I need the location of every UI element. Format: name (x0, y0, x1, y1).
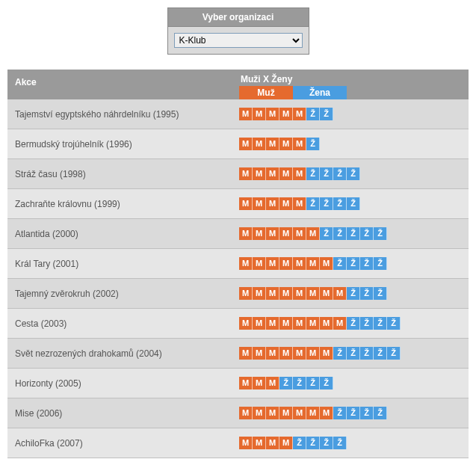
cell-z: Ž (320, 108, 333, 120)
row-name: Stráž času (1998) (7, 161, 239, 187)
cell-z: Ž (320, 377, 333, 389)
cell-z: Ž (293, 437, 306, 449)
cell-z: Ž (293, 377, 306, 389)
cell-m: M (266, 257, 279, 270)
cell-m: M (239, 347, 253, 360)
cell-z: Ž (360, 257, 374, 270)
cell-m: M (279, 138, 293, 150)
row-name: Tajemný zvěrokruh (2002) (7, 281, 239, 307)
cell-m: M (320, 317, 333, 330)
legend-bars: Muž Žena (239, 86, 469, 99)
cell-z: Ž (374, 257, 387, 270)
cell-m: M (306, 317, 320, 330)
cell-m: M (253, 167, 266, 180)
cell-m: M (253, 407, 266, 419)
row-name: Cesta (2003) (7, 311, 239, 336)
cell-m: M (253, 138, 266, 150)
cell-z: Ž (306, 197, 320, 210)
cell-m: M (306, 257, 320, 270)
legend-z: Žena (293, 86, 347, 99)
cell-z: Ž (360, 227, 374, 240)
cell-z: Ž (374, 317, 387, 330)
cell-z: Ž (306, 108, 320, 120)
cell-m: M (253, 257, 266, 270)
cell-m: M (253, 227, 266, 240)
cell-m: M (279, 108, 293, 120)
cell-z: Ž (333, 407, 347, 419)
cell-m: M (293, 317, 306, 330)
cell-m: M (253, 287, 266, 300)
cell-z: Ž (320, 437, 333, 449)
legend-m: Muž (239, 86, 293, 99)
cell-m: M (293, 138, 306, 150)
cell-z: Ž (306, 138, 320, 150)
row-cells: MMMMMŽŽŽŽ (239, 161, 469, 186)
cell-m: M (279, 227, 293, 240)
row-cells: MMMMMMMMŽŽŽ (239, 281, 469, 306)
cell-m: M (293, 257, 306, 270)
cell-z: Ž (347, 407, 360, 419)
cell-m: M (253, 317, 266, 330)
row-cells: MMMMMMMŽŽŽŽ (239, 251, 469, 276)
cell-z: Ž (333, 167, 347, 180)
row-cells: MMMŽŽŽŽ (239, 371, 469, 395)
cell-m: M (333, 317, 347, 330)
cell-z: Ž (333, 437, 347, 449)
cell-m: M (253, 437, 266, 449)
table-row: Zachraňte královnu (1999)MMMMMŽŽŽŽ (7, 189, 469, 219)
cell-m: M (239, 287, 253, 300)
cell-m: M (306, 287, 320, 300)
cell-m: M (239, 407, 253, 419)
org-select[interactable]: K-Klub (174, 33, 303, 48)
cell-z: Ž (320, 197, 333, 210)
cell-m: M (293, 347, 306, 360)
cell-m: M (279, 287, 293, 300)
col-header-mz: Muži X Ženy Muž Žena (239, 70, 469, 99)
cell-m: M (266, 347, 279, 360)
cell-m: M (239, 437, 253, 449)
cell-m: M (293, 167, 306, 180)
cell-m: M (293, 287, 306, 300)
cell-m: M (279, 407, 293, 419)
row-cells: MMMMMMMMŽŽŽŽ (239, 311, 469, 336)
cell-m: M (266, 407, 279, 419)
cell-m: M (279, 317, 293, 330)
org-selector-title: Vyber organizaci (168, 8, 309, 27)
cell-m: M (253, 377, 266, 389)
cell-z: Ž (306, 437, 320, 449)
cell-m: M (253, 108, 266, 120)
cell-z: Ž (347, 317, 360, 330)
cell-m: M (239, 317, 253, 330)
cell-m: M (306, 347, 320, 360)
cell-z: Ž (374, 287, 387, 300)
cell-m: M (320, 347, 333, 360)
cell-z: Ž (306, 167, 320, 180)
table-row: Cesta (2003)MMMMMMMMŽŽŽŽ (7, 309, 469, 339)
cell-m: M (266, 437, 279, 449)
table-row: Mise (2006)MMMMMMMŽŽŽŽ (7, 398, 469, 428)
cell-z: Ž (333, 227, 347, 240)
cell-m: M (333, 287, 347, 300)
row-name: Mise (2006) (7, 401, 239, 426)
cell-m: M (266, 167, 279, 180)
cell-z: Ž (279, 377, 293, 389)
cell-z: Ž (347, 167, 360, 180)
cell-z: Ž (374, 407, 387, 419)
org-selector-panel: Vyber organizaci K-Klub (167, 7, 309, 55)
cell-m: M (279, 197, 293, 210)
cell-z: Ž (347, 227, 360, 240)
cell-m: M (266, 377, 279, 389)
cell-m: M (266, 197, 279, 210)
cell-z: Ž (347, 197, 360, 210)
cell-m: M (239, 197, 253, 210)
cell-m: M (266, 138, 279, 150)
row-name: Horizonty (2005) (7, 371, 239, 396)
table-row: Horizonty (2005)MMMŽŽŽŽ (7, 369, 469, 398)
table-row: Stráž času (1998)MMMMMŽŽŽŽ (7, 159, 469, 189)
row-cells: MMMMMMŽŽŽŽŽ (239, 221, 469, 246)
cell-z: Ž (306, 377, 320, 389)
cell-m: M (279, 167, 293, 180)
cell-m: M (239, 138, 253, 150)
cell-m: M (239, 227, 253, 240)
cell-m: M (320, 257, 333, 270)
